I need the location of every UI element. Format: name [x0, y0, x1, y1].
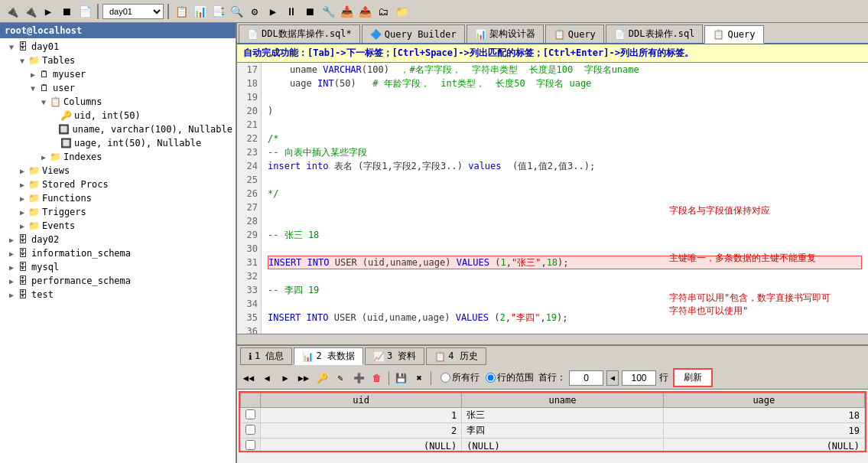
tab-ddl-table[interactable]: 📄 DDL表操作.sql	[606, 24, 704, 43]
radio-all-label: 所有行	[452, 371, 480, 384]
tab-schema-designer[interactable]: 📊 架构设计器	[467, 24, 544, 43]
tree-item-events[interactable]: ▶ 📁 Events	[0, 219, 236, 233]
code-area[interactable]: 17 18 19 20 21 22 23 24 25 26 27 28	[237, 63, 868, 334]
tree-item-test[interactable]: ▶ 🗄 test	[0, 288, 236, 302]
radio-all-rows[interactable]: 所有行	[441, 371, 480, 384]
table-row[interactable]: 2 李四 19	[241, 423, 865, 439]
data-btn-9[interactable]: 💾	[392, 370, 409, 386]
toolbar-icon-11[interactable]: ▶	[265, 3, 281, 20]
toolbar-icon-16[interactable]: 📤	[356, 3, 373, 20]
tree-item-performance-schema[interactable]: ▶ 🗄 performance_schema	[0, 274, 236, 288]
data-btn-7[interactable]: ➕	[350, 370, 367, 386]
data-toolbar: ◀◀ ◀ ▶ ▶▶ 🔑 ✎ ➕ 🗑 💾 ✖ 所有行	[237, 367, 868, 390]
toolbar-icon-15[interactable]: 📥	[338, 3, 355, 20]
tree-item-day01[interactable]: ▼ 🗄 day01	[0, 40, 236, 54]
toolbar-icon-13[interactable]: ⏹	[301, 3, 318, 20]
data-btn-8[interactable]: 🗑	[369, 370, 385, 386]
data-btn-3[interactable]: ▶	[277, 370, 294, 386]
data-btn-2[interactable]: ◀	[258, 370, 275, 386]
toggle-tables[interactable]: ▼	[17, 55, 28, 66]
toggle-functions[interactable]: ▶	[17, 193, 28, 204]
toggle-events[interactable]: ▶	[17, 220, 28, 231]
myuser-label: myuser	[53, 69, 86, 80]
end-input[interactable]	[622, 370, 656, 386]
sidebar-tree[interactable]: ▼ 🗄 day01 ▼ 📁 Tables ▶ 🗒 myuser	[0, 38, 236, 463]
bottom-tab-history[interactable]: 📋 4 历史	[426, 347, 486, 365]
toggle-myuser[interactable]: ▶	[28, 69, 38, 80]
tree-item-uage[interactable]: 🔲 uage, int(50), Nullable	[0, 136, 236, 150]
tree-item-mysql[interactable]: ▶ 🗄 mysql	[0, 260, 236, 274]
toolbar-icon-5[interactable]: 📄	[76, 3, 93, 20]
radio-input-all[interactable]	[441, 373, 450, 383]
tree-item-user[interactable]: ▼ 🗒 user	[0, 81, 236, 95]
bottom-tab-profile[interactable]: 📈 3 资料	[365, 347, 424, 365]
refresh-button[interactable]: 刷新	[673, 368, 713, 387]
data-btn-5[interactable]: 🔑	[314, 370, 330, 386]
radio-input-range[interactable]	[486, 373, 496, 383]
tree-item-information-schema[interactable]: ▶ 🗄 information_schema	[0, 246, 236, 260]
toggle-user[interactable]: ▼	[28, 83, 38, 93]
toggle-triggers[interactable]: ▶	[17, 207, 28, 217]
toggle-stored-procs[interactable]: ▶	[17, 179, 28, 190]
tree-item-myuser[interactable]: ▶ 🗒 myuser	[0, 67, 236, 81]
toggle-performance-schema[interactable]: ▶	[6, 276, 17, 286]
h-scrollbar[interactable]	[237, 334, 868, 344]
toggle-views[interactable]: ▶	[17, 165, 28, 176]
toolbar-icon-2[interactable]: 🔌	[21, 3, 38, 20]
tab-ddl-db[interactable]: 📄 DDL数据库操作.sql*	[239, 24, 360, 43]
toggle-day01[interactable]: ▼	[6, 41, 17, 52]
tree-item-indexes[interactable]: ▶ 📁 Indexes	[0, 150, 236, 164]
toggle-information-schema[interactable]: ▶	[6, 248, 17, 259]
table-row[interactable]: (NULL) (NULL) (NULL)	[241, 439, 865, 453]
tab-query[interactable]: 📋 Query	[545, 24, 604, 43]
data-btn-1[interactable]: ◀◀	[240, 370, 257, 386]
toolbar-icon-4[interactable]: ⏹	[58, 3, 75, 20]
toggle-columns[interactable]: ▼	[38, 96, 49, 107]
row1-check[interactable]	[241, 408, 261, 423]
toggle-test[interactable]: ▶	[6, 289, 17, 300]
tree-item-day02[interactable]: ▶ 🗄 day02	[0, 233, 236, 246]
tree-item-tables[interactable]: ▼ 📁 Tables	[0, 54, 236, 67]
data-btn-4[interactable]: ▶▶	[295, 370, 312, 386]
tree-item-columns[interactable]: ▼ 📋 Columns	[0, 95, 236, 109]
toolbar-icon-18[interactable]: 📁	[393, 3, 410, 20]
start-input[interactable]	[569, 370, 603, 386]
code-content[interactable]: uname VARCHAR(100) ，#名字字段， 字符串类型 长度是100 …	[262, 63, 868, 334]
toolbar-icon-1[interactable]: 🔌	[3, 3, 20, 20]
tree-item-views[interactable]: ▶ 📁 Views	[0, 164, 236, 178]
toolbar-icon-17[interactable]: 🗂	[375, 3, 392, 20]
table-row[interactable]: 1 张三 18	[241, 408, 865, 423]
toolbar-icon-3[interactable]: ▶	[40, 3, 57, 20]
radio-range[interactable]: 行的范围	[486, 371, 534, 384]
tree-item-uid[interactable]: 🔑 uid, int(50)	[0, 109, 236, 122]
row3-checkbox[interactable]	[245, 440, 255, 450]
row1-checkbox[interactable]	[245, 409, 255, 419]
toggle-indexes[interactable]: ▶	[38, 152, 49, 162]
db-selector[interactable]: day01	[102, 4, 164, 19]
toolbar-icon-10[interactable]: ⚙	[246, 3, 263, 20]
toolbar-icon-9[interactable]: 🔍	[228, 3, 245, 20]
toolbar-icon-7[interactable]: 📊	[191, 3, 208, 20]
data-btn-6[interactable]: ✎	[332, 370, 349, 386]
data-btn-10[interactable]: ✖	[411, 370, 427, 386]
tree-item-uname[interactable]: 🔲 uname, varchar(100), Nullable	[0, 122, 236, 136]
toggle-mysql[interactable]: ▶	[6, 262, 17, 272]
toolbar-icon-12[interactable]: ⏸	[283, 3, 300, 20]
tree-item-functions[interactable]: ▶ 📁 Functions	[0, 191, 236, 205]
toolbar-icon-8[interactable]: 📑	[210, 3, 226, 20]
tab-query-active[interactable]: 📋 Query	[704, 25, 763, 44]
toolbar-icon-6[interactable]: 📋	[173, 3, 190, 20]
db-icon-test: 🗄	[17, 289, 29, 301]
row3-check[interactable]	[241, 439, 261, 453]
tree-item-triggers[interactable]: ▶ 📁 Triggers	[0, 205, 236, 219]
prev-btn[interactable]: ◀	[606, 370, 619, 386]
tab-query-builder[interactable]: 🔷 Query Builder	[362, 24, 465, 43]
code-line-32	[268, 269, 862, 283]
bottom-tab-info[interactable]: ℹ 1 信息	[240, 347, 292, 365]
tree-item-stored-procs[interactable]: ▶ 📁 Stored Procs	[0, 178, 236, 191]
toggle-day02[interactable]: ▶	[6, 234, 17, 245]
bottom-tab-tabledata[interactable]: 📊 2 表数据	[294, 347, 362, 365]
toolbar-icon-14[interactable]: 🔧	[320, 3, 336, 20]
row2-checkbox[interactable]	[245, 425, 255, 435]
row2-check[interactable]	[241, 423, 261, 439]
